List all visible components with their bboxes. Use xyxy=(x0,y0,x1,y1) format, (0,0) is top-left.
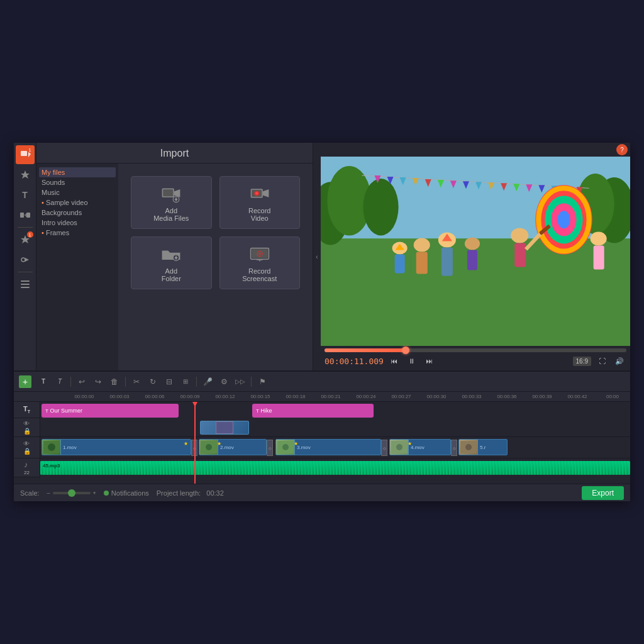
record-screencast-button[interactable]: RecordScreencast xyxy=(219,236,301,289)
file-tree-item-music[interactable]: Music xyxy=(39,187,116,197)
tl-btn-redo[interactable]: ↪ xyxy=(91,375,105,389)
text-clip-our-summer[interactable]: T Our Summer xyxy=(42,404,179,418)
toolbar-btn-transitions[interactable] xyxy=(16,206,35,225)
tl-btn-flag[interactable]: ⚑ xyxy=(255,375,269,389)
file-tree-item-frames[interactable]: Frames xyxy=(39,228,116,238)
ruler-tick-1: 00:00:03 xyxy=(102,394,137,399)
notifications-dot xyxy=(104,491,109,496)
add-media-label: AddMedia Files xyxy=(153,207,189,222)
track-lock-eye-audio: ♪ 22 xyxy=(24,460,30,475)
tl-btn-delete[interactable]: 🗑 xyxy=(108,375,121,389)
app-container: 1 T xyxy=(14,143,630,501)
transition-2[interactable]: ◇ xyxy=(267,440,273,456)
ruler-tick-10: 00:00:30 xyxy=(419,394,454,399)
scale-control[interactable]: – + xyxy=(47,490,96,496)
progress-bar[interactable] xyxy=(325,348,626,352)
import-badge: 1 xyxy=(27,147,33,153)
svg-rect-0 xyxy=(21,151,27,156)
video-clip-3mov[interactable]: 3.mov ★ xyxy=(275,439,381,455)
tl-btn-title-styled[interactable]: T xyxy=(53,375,67,389)
svg-rect-2 xyxy=(20,213,24,218)
audio-label: 45.mp3 xyxy=(43,463,60,469)
tl-btn-undo[interactable]: ↩ xyxy=(75,375,89,389)
play-pause-button[interactable]: ⏸ xyxy=(405,354,419,368)
svg-point-69 xyxy=(48,443,55,451)
track-content-video[interactable]: 1.mov ★ ◇ 2.mov xyxy=(40,437,630,458)
video-clip-4mov[interactable]: 4.mov ★ xyxy=(389,439,451,455)
skip-back-button[interactable]: ⏮ xyxy=(387,354,401,368)
tl-btn-audio[interactable]: 🎤 xyxy=(201,375,214,389)
overlay-eye-icon[interactable]: 👁 xyxy=(23,420,31,427)
file-tree-item-sounds[interactable]: Sounds xyxy=(39,177,116,187)
aspect-ratio-badge: 16:9 xyxy=(573,357,591,366)
tl-btn-speed[interactable]: ▷▷ xyxy=(233,375,247,389)
toolbar-divider-2 xyxy=(18,272,33,272)
transition-4[interactable]: ◇ xyxy=(451,440,457,456)
skip-forward-button[interactable]: ⏭ xyxy=(423,354,436,368)
import-body: My files Sounds Music Sample video Backg… xyxy=(36,164,313,370)
ruler-tick-9: 00:00:27 xyxy=(384,394,419,399)
record-video-icon xyxy=(250,186,270,203)
add-media-files-button[interactable]: AddMedia Files xyxy=(131,176,212,229)
track-lock-eye: 👁 🔒 xyxy=(23,420,31,435)
track-content-audio[interactable]: 45.mp3 xyxy=(40,458,630,477)
track-content-text[interactable]: T Our Summer T Hike xyxy=(40,402,630,419)
video-clip-1mov[interactable]: 1.mov ★ xyxy=(42,439,191,455)
overlay-lock-icon[interactable]: 🔒 xyxy=(23,428,31,435)
tl-btn-split[interactable]: ⊟ xyxy=(162,375,176,389)
ruler-tick-8: 00:00:24 xyxy=(348,394,384,399)
add-folder-icon xyxy=(161,246,181,264)
svg-point-21 xyxy=(258,253,260,255)
text-clip-hike[interactable]: T Hike xyxy=(252,404,374,418)
timecode-prefix: 00:00: xyxy=(325,357,354,366)
toolbar-btn-motion[interactable] xyxy=(16,250,35,269)
toolbar-btn-import[interactable]: 1 xyxy=(16,145,35,164)
toolbar-btn-titles[interactable]: T xyxy=(16,186,35,204)
file-tree-item-intro-videos[interactable]: Intro videos xyxy=(39,218,116,228)
file-tree-item-backgrounds[interactable]: Backgrounds xyxy=(39,208,116,218)
video-lock-icon[interactable]: 🔒 xyxy=(23,448,31,455)
audio-number-icon: 22 xyxy=(24,470,30,475)
clip-star-3: ★ xyxy=(294,441,298,447)
tl-btn-cut[interactable]: ✂ xyxy=(130,375,143,389)
video-clip-2mov[interactable]: 2.mov ★ xyxy=(199,439,267,455)
video-eye-icon[interactable]: 👁 xyxy=(23,440,31,447)
transition-1[interactable]: ◇ xyxy=(191,440,197,456)
add-track-button[interactable]: + xyxy=(19,375,31,388)
audio-note-icon[interactable]: ♪ xyxy=(24,460,30,469)
timecode: 00:00:11.009 xyxy=(325,357,384,366)
tl-btn-rotate[interactable]: ↻ xyxy=(146,375,160,389)
add-folder-button[interactable]: AddFolder xyxy=(131,236,212,289)
video-clip-5r[interactable]: 5.r xyxy=(458,439,508,455)
record-video-button[interactable]: RecordVideo xyxy=(219,176,301,229)
scale-slider[interactable] xyxy=(53,492,91,494)
tl-btn-title[interactable]: T xyxy=(36,375,50,389)
clip-star-4: ★ xyxy=(408,441,412,447)
toolbar-btn-effects[interactable] xyxy=(16,165,35,184)
help-button[interactable]: ? xyxy=(616,144,628,155)
ruler-tick-15: 00:00 xyxy=(595,394,630,399)
clip-star-1: ★ xyxy=(184,441,188,447)
export-button[interactable]: Export xyxy=(582,486,624,500)
volume-button[interactable]: 🔊 xyxy=(613,354,626,368)
ruler-tick-11: 00:00:33 xyxy=(454,394,489,399)
overlay-clip-1[interactable] xyxy=(200,421,249,435)
toolbar-btn-favorites[interactable]: 1 xyxy=(16,230,35,249)
notifications-label[interactable]: Notifications xyxy=(111,489,149,497)
toolbar-btn-menu[interactable] xyxy=(16,275,35,294)
track-content-overlay[interactable] xyxy=(40,418,630,436)
file-tree-item-my-files[interactable]: My files xyxy=(39,167,116,177)
fullscreen-button[interactable]: ⛶ xyxy=(595,354,609,368)
tl-btn-crop[interactable]: ⊞ xyxy=(179,375,192,389)
scale-label: Scale: xyxy=(20,489,40,497)
track-controls-video: 👁 🔒 xyxy=(14,437,40,458)
tl-btn-settings[interactable]: ⚙ xyxy=(217,375,231,389)
timeline-toolbar: + T T ↩ ↪ 🗑 ✂ ↻ ⊟ ⊞ 🎤 ⚙ ▷▷ ⚑ xyxy=(14,372,630,392)
collapse-toggle[interactable]: ‹ xyxy=(313,143,321,370)
file-tree-item-sample-video[interactable]: Sample video xyxy=(39,197,116,208)
transition-3[interactable]: ◇ xyxy=(381,440,387,456)
svg-point-75 xyxy=(396,444,402,450)
svg-point-14 xyxy=(255,192,258,195)
ruler-labels: 00:00:00 00:00:03 00:00:06 00:00:09 00:0… xyxy=(40,394,630,399)
add-folder-label: AddFolder xyxy=(162,267,181,282)
